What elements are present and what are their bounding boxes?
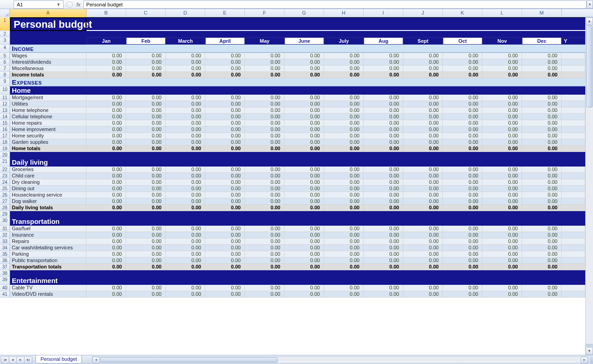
cell[interactable]: 0.00 [245,258,284,264]
cell[interactable] [562,285,585,291]
cell[interactable]: 0.00 [284,186,324,192]
total-label[interactable]: Daily living totals [10,205,86,211]
cell[interactable]: 0.00 [86,101,126,107]
vscroll-thumb[interactable] [586,25,593,107]
cell[interactable]: 0.00 [482,126,522,133]
cell[interactable]: 0.00 [284,264,324,270]
cell[interactable]: 0.00 [482,205,522,211]
cell[interactable]: 0.00 [324,72,364,78]
cell[interactable]: 0.00 [482,264,522,270]
cell[interactable]: 0.00 [403,258,443,264]
month-gap[interactable] [10,37,86,45]
cell[interactable]: 0.00 [364,72,403,78]
cell[interactable]: 0.00 [284,173,324,179]
cell[interactable]: 0.00 [86,258,126,264]
item-label[interactable]: Mortgage/rent [10,95,86,101]
cell[interactable]: 0.00 [522,133,562,139]
cell[interactable]: 0.00 [245,264,284,270]
cell[interactable]: 0.00 [166,258,205,264]
row-header-37[interactable]: 37 [0,264,10,270]
cell[interactable]: 0.00 [245,205,284,211]
item-label[interactable]: Interest/dividends [10,59,86,66]
row-header-1[interactable]: 1 [0,17,10,31]
cell[interactable]: 0.00 [364,114,403,120]
row-header-18[interactable]: 18 [0,139,10,146]
cell[interactable]: 0.00 [324,179,364,186]
hscroll-thumb[interactable] [100,357,278,363]
cell[interactable]: 0.00 [443,238,482,245]
cell[interactable]: 0.00 [245,232,284,238]
cell[interactable]: 0.00 [324,198,364,205]
cell[interactable]: 0.00 [126,139,166,146]
cell[interactable]: 0.00 [364,186,403,192]
cell[interactable]: 0.00 [245,291,284,298]
cell[interactable] [562,133,585,139]
cell[interactable]: 0.00 [205,107,245,114]
cell[interactable]: 0.00 [364,66,403,72]
cell[interactable]: 0.00 [284,258,324,264]
cell[interactable] [562,232,585,238]
cell[interactable]: 0.00 [126,264,166,270]
row-header-13[interactable]: 13 [0,107,10,114]
cell[interactable]: 0.00 [245,186,284,192]
row-header-33[interactable]: 33 [0,238,10,245]
cell[interactable]: 0.00 [522,238,562,245]
cell[interactable]: 0.00 [364,251,403,258]
cell[interactable]: 0.00 [205,114,245,120]
cell[interactable] [562,192,585,198]
cell[interactable]: 0.00 [403,66,443,72]
cell[interactable]: 0.00 [86,126,126,133]
cell[interactable]: 0.00 [403,53,443,59]
cell[interactable]: 0.00 [443,95,482,101]
cell[interactable]: 0.00 [522,285,562,291]
cell[interactable]: 0.00 [364,232,403,238]
cell[interactable]: 0.00 [324,205,364,211]
cell[interactable]: 0.00 [284,101,324,107]
cell[interactable]: 0.00 [443,59,482,66]
cell[interactable]: 0.00 [443,186,482,192]
item-label[interactable]: Gas/fuel [10,226,86,232]
item-label[interactable]: Housecleaning service [10,192,86,198]
cell[interactable]: 0.00 [324,232,364,238]
cell[interactable]: 0.00 [126,226,166,232]
cell[interactable]: 0.00 [86,95,126,101]
cell[interactable]: 0.00 [245,72,284,78]
cell[interactable]: 0.00 [205,179,245,186]
cell[interactable]: 0.00 [284,232,324,238]
row-header-36[interactable]: 36 [0,258,10,264]
cancel-entry-icon[interactable] [66,1,73,8]
cell[interactable]: 0.00 [166,232,205,238]
cell[interactable]: 0.00 [482,95,522,101]
cell[interactable]: 0.00 [284,95,324,101]
row-header-22[interactable]: 22 [0,167,10,173]
cell[interactable]: 0.00 [166,285,205,291]
cell[interactable]: 0.00 [86,66,126,72]
cell[interactable]: 0.00 [205,251,245,258]
cell[interactable]: 0.00 [126,95,166,101]
cell[interactable]: 0.00 [205,264,245,270]
cell[interactable]: 0.00 [403,264,443,270]
cell[interactable]: 0.00 [364,95,403,101]
cell[interactable]: 0.00 [86,186,126,192]
cell[interactable]: 0.00 [166,192,205,198]
cell[interactable]: 0.00 [443,53,482,59]
cell[interactable]: 0.00 [324,258,364,264]
cell[interactable]: 0.00 [284,120,324,126]
item-label[interactable]: Repairs [10,238,86,245]
cell[interactable]: 0.00 [205,53,245,59]
cell[interactable]: 0.00 [482,107,522,114]
cell[interactable]: 0.00 [522,251,562,258]
cell[interactable]: 0.00 [126,72,166,78]
month-header[interactable]: March [166,37,205,45]
cell[interactable]: 0.00 [284,133,324,139]
cell[interactable]: 0.00 [403,114,443,120]
cell[interactable]: 0.00 [86,205,126,211]
cell[interactable]: 0.00 [443,192,482,198]
cell[interactable]: 0.00 [482,173,522,179]
cell[interactable]: 0.00 [205,258,245,264]
cell[interactable]: 0.00 [284,238,324,245]
item-label[interactable]: Home improvement [10,126,86,133]
cell[interactable]: 0.00 [324,146,364,152]
cell[interactable]: 0.00 [364,101,403,107]
cell[interactable]: 0.00 [126,101,166,107]
